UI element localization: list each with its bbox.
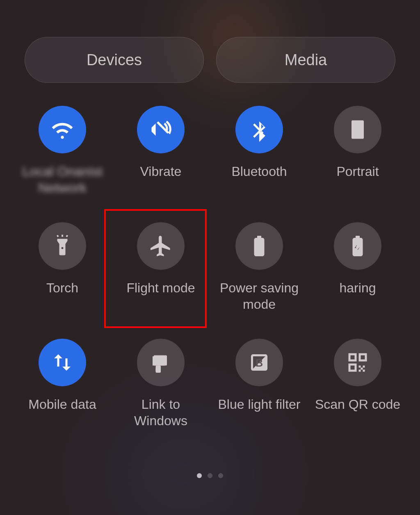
bluetooth-icon (235, 106, 283, 153)
tile-scan-qr[interactable]: Scan QR code (308, 339, 407, 429)
tile-vibrate[interactable]: Vibrate (112, 106, 210, 196)
tile-mobile-data[interactable]: Mobile data (13, 339, 112, 429)
tile-portrait[interactable]: Portrait (308, 106, 407, 196)
tile-label: Blue light filter (218, 396, 301, 412)
blue-light-icon: B (235, 339, 283, 386)
svg-text:B: B (256, 357, 263, 369)
page-dot (197, 473, 202, 478)
tile-link-windows[interactable]: Link to Windows (112, 339, 210, 429)
orientation-lock-icon (334, 106, 381, 153)
quick-settings-panel: Devices Media Local Onanist Network Vibr… (0, 0, 420, 515)
torch-icon (39, 222, 86, 270)
battery-share-icon (334, 222, 381, 270)
tile-label: Torch (46, 280, 78, 296)
tile-wifi[interactable]: Local Onanist Network (13, 106, 112, 196)
vibrate-icon (137, 106, 185, 153)
airplane-icon (137, 222, 185, 270)
devices-button[interactable]: Devices (25, 37, 204, 83)
tile-label: Power saving mode (216, 280, 302, 312)
svg-rect-0 (156, 366, 161, 373)
page-indicator[interactable] (197, 473, 223, 478)
tile-power-saving[interactable]: Power saving mode (210, 222, 308, 312)
svg-rect-1 (154, 355, 167, 366)
battery-recycle-icon (235, 222, 283, 270)
link-windows-icon (137, 339, 185, 386)
tiles-grid: Local Onanist Network Vibrate Bluetooth … (8, 106, 412, 429)
wifi-icon (39, 106, 86, 153)
tile-label: Link to Windows (118, 396, 204, 429)
page-dot (208, 473, 212, 478)
tile-label: Mobile data (28, 396, 96, 412)
mobile-data-icon (39, 339, 86, 386)
top-buttons-row: Devices Media (8, 0, 412, 83)
tile-label: Flight mode (126, 280, 195, 296)
tile-blue-light[interactable]: B Blue light filter (210, 339, 308, 429)
tile-label: Vibrate (140, 163, 182, 180)
qr-icon (334, 339, 381, 386)
tile-torch[interactable]: Torch (13, 222, 112, 312)
tile-sharing[interactable]: haring Wir (308, 222, 407, 312)
tile-bluetooth[interactable]: Bluetooth (210, 106, 308, 196)
media-button[interactable]: Media (216, 37, 395, 83)
tile-label: haring (340, 280, 376, 296)
tile-label: Portrait (336, 163, 379, 180)
tile-label: Scan QR code (315, 396, 400, 412)
tile-flight-mode[interactable]: Flight mode (112, 222, 210, 312)
page-dot (218, 473, 223, 478)
tile-label: Local Onanist Network (19, 163, 105, 196)
tile-label: Bluetooth (231, 163, 287, 180)
